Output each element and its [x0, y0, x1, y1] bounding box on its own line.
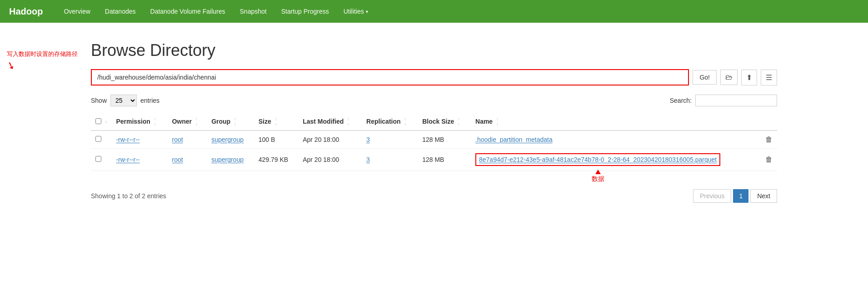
folder-icon-button[interactable]: 🗁: [720, 70, 738, 85]
header-replication[interactable]: Replication ↑↓: [362, 114, 418, 130]
header-block-size[interactable]: Block Size ↑↓: [418, 114, 471, 130]
row1-replication-link[interactable]: 3: [366, 136, 370, 143]
row1-block-size: 128 MB: [418, 130, 471, 149]
nav-item-utilities[interactable]: Utilities ▾: [336, 1, 375, 21]
row2-block-size: 128 MB: [418, 148, 471, 171]
header-owner[interactable]: Owner ↑↓: [167, 114, 207, 130]
row1-last-modified: Apr 20 18:00: [298, 130, 362, 149]
brand-logo: Hadoop: [9, 6, 43, 17]
row2-name-link[interactable]: 8e7a94d7-e212-43e5-a9af-481ac2e74b78-0_2…: [475, 153, 720, 166]
data-annotation: 数据: [592, 170, 604, 183]
upload-icon-button[interactable]: ⬆: [741, 70, 757, 85]
main-content: Browse Directory 写入数据时设置的存储路径 ➘ /hudi_wa…: [0, 23, 868, 221]
active-page-button[interactable]: 1: [733, 189, 748, 203]
nav-item-datanode-volume-failures[interactable]: Datanode Volume Failures: [143, 1, 233, 21]
table-row: -rw-r--r-- root supergroup 429.79 KB Apr…: [91, 148, 777, 171]
sort-icon-group: ↑↓: [234, 117, 236, 126]
row2-last-modified: Apr 20 18:00: [298, 148, 362, 171]
row2-group-link[interactable]: supergroup: [211, 156, 244, 163]
row1-name-link[interactable]: .hoodie_partition_metadata: [475, 136, 553, 143]
table-footer: Showing 1 to 2 of 2 entries Previous 1 N…: [91, 189, 777, 203]
nav-item-startup-progress[interactable]: Startup Progress: [274, 1, 336, 21]
sort-icon-owner: ↑↓: [195, 117, 198, 126]
nav-link-snapshot[interactable]: Snapshot: [233, 1, 274, 21]
navbar: Hadoop Overview Datanodes Datanode Volum…: [0, 0, 868, 23]
row2-permission-link[interactable]: -rw-r--r--: [116, 156, 140, 163]
header-permission[interactable]: Permission ↑↓: [111, 114, 167, 130]
row2-owner: root: [167, 148, 207, 171]
sort-icon-name: ↑↓: [496, 117, 499, 126]
row1-owner: root: [167, 130, 207, 149]
sort-icon-last-modified: ↑↓: [347, 117, 349, 126]
select-all-checkbox[interactable]: [95, 118, 101, 124]
row1-name: .hoodie_partition_metadata: [471, 130, 761, 149]
sort-icon-permission: ↑↓: [154, 117, 156, 126]
page-title: Browse Directory: [91, 41, 777, 60]
row1-checkbox[interactable]: [95, 136, 101, 142]
header-group[interactable]: Group ↑↓: [207, 114, 254, 130]
folder-icon: 🗁: [725, 73, 733, 81]
chevron-down-icon: ▾: [366, 9, 368, 14]
row2-name-annotated: 8e7a94d7-e212-43e5-a9af-481ac2e74b78-0_2…: [475, 153, 720, 166]
nav-links: Overview Datanodes Datanode Volume Failu…: [56, 1, 375, 21]
row2-owner-link[interactable]: root: [172, 156, 183, 163]
entries-select[interactable]: 25 10 50 100: [110, 95, 137, 106]
row2-checkbox-cell: [91, 148, 111, 171]
row2-permission: -rw-r--r--: [111, 148, 167, 171]
row2-replication-link[interactable]: 3: [366, 156, 370, 163]
next-button[interactable]: Next: [750, 189, 777, 203]
search-input[interactable]: [695, 95, 777, 106]
row1-size: 100 B: [254, 130, 298, 149]
nav-link-datanodes[interactable]: Datanodes: [98, 1, 143, 21]
header-last-modified[interactable]: Last Modified ↑↓: [298, 114, 362, 130]
row2-checkbox[interactable]: [95, 156, 101, 162]
search-label: Search:: [670, 97, 692, 104]
row2-delete-icon[interactable]: 🗑: [765, 156, 773, 163]
header-name[interactable]: Name ↑↓: [471, 114, 761, 130]
row1-permission-link[interactable]: -rw-r--r--: [116, 136, 140, 143]
directory-table: ↕ Permission ↑↓ Owner ↑↓ Group ↑↓ Size ↑…: [91, 114, 777, 171]
utilities-label: Utilities: [344, 8, 364, 15]
table-row: -rw-r--r-- root supergroup 100 B Apr 20 …: [91, 130, 777, 149]
annotation-storage-path-label: 写入数据时设置的存储路径: [7, 50, 78, 58]
utilities-dropdown[interactable]: Utilities ▾: [336, 1, 375, 21]
show-entries: Show 25 10 50 100 entries: [91, 95, 160, 106]
nav-item-overview[interactable]: Overview: [56, 1, 97, 21]
row2-size: 429.79 KB: [254, 148, 298, 171]
nav-item-snapshot[interactable]: Snapshot: [233, 1, 274, 21]
row2-replication: 3: [362, 148, 418, 171]
path-input[interactable]: /hudi_warehouse/demo/asia/india/chennai: [91, 69, 689, 85]
go-button[interactable]: Go!: [693, 70, 717, 85]
row1-owner-link[interactable]: root: [172, 136, 183, 143]
show-label: Show: [91, 97, 107, 104]
list-icon-button[interactable]: ☰: [761, 70, 777, 85]
row2-delete-cell: 🗑: [761, 148, 777, 171]
list-icon: ☰: [766, 74, 772, 81]
nav-item-datanodes[interactable]: Datanodes: [98, 1, 143, 21]
search-box: Search:: [670, 95, 777, 106]
row1-group: supergroup: [207, 130, 254, 149]
data-annotation-label: 数据: [592, 175, 604, 183]
sort-icon-down: ↕: [105, 120, 107, 125]
header-actions: [761, 114, 777, 130]
row1-checkbox-cell: [91, 130, 111, 149]
entries-label: entries: [140, 97, 160, 104]
row1-replication: 3: [362, 130, 418, 149]
table-header-row: ↕ Permission ↑↓ Owner ↑↓ Group ↑↓ Size ↑…: [91, 114, 777, 130]
sort-icon-replication: ↑↓: [404, 117, 406, 126]
pagination: Previous 1 Next: [693, 189, 777, 203]
row2-name: 8e7a94d7-e212-43e5-a9af-481ac2e74b78-0_2…: [471, 148, 761, 171]
nav-link-overview[interactable]: Overview: [56, 1, 97, 21]
row1-delete-cell: 🗑: [761, 130, 777, 149]
previous-button[interactable]: Previous: [693, 189, 731, 203]
row1-delete-icon[interactable]: 🗑: [765, 135, 773, 143]
header-checkbox-col: ↕: [91, 114, 111, 130]
header-size[interactable]: Size ↑↓: [254, 114, 298, 130]
nav-link-startup-progress[interactable]: Startup Progress: [274, 1, 336, 21]
upload-icon: ⬆: [746, 74, 752, 81]
nav-link-datanode-volume-failures[interactable]: Datanode Volume Failures: [143, 1, 233, 21]
sort-icon-size: ↑↓: [275, 117, 277, 126]
path-bar: /hudi_warehouse/demo/asia/india/chennai …: [91, 69, 777, 85]
row1-group-link[interactable]: supergroup: [211, 136, 244, 143]
table-controls: Show 25 10 50 100 entries Search:: [91, 95, 777, 106]
